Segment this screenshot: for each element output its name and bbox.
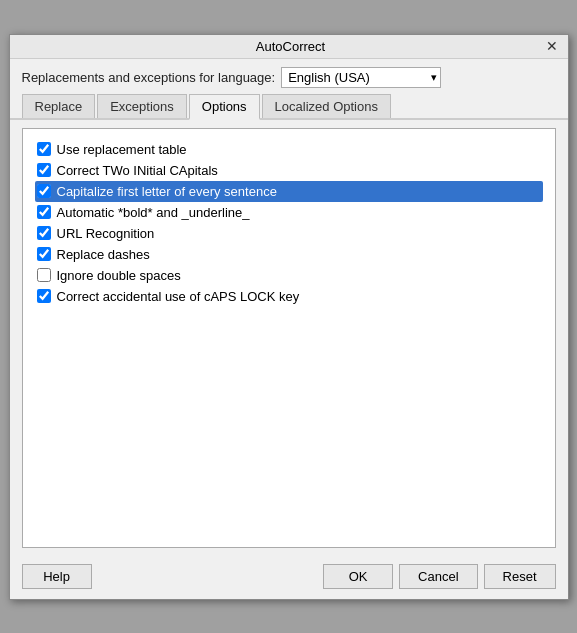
- option-automatic-bold-underline[interactable]: Automatic *bold* and _underline_: [35, 202, 543, 223]
- option-capitalize-first-letter[interactable]: Capitalize first letter of every sentenc…: [35, 181, 543, 202]
- option-ignore-double-spaces[interactable]: Ignore double spaces: [35, 265, 543, 286]
- checkbox-correct-two-initial[interactable]: [37, 163, 51, 177]
- tab-options[interactable]: Options: [189, 94, 260, 120]
- label-ignore-double-spaces: Ignore double spaces: [57, 268, 181, 283]
- checkbox-ignore-double-spaces[interactable]: [37, 268, 51, 282]
- checkbox-automatic-bold-underline[interactable]: [37, 205, 51, 219]
- label-url-recognition: URL Recognition: [57, 226, 155, 241]
- checkbox-correct-caps-lock[interactable]: [37, 289, 51, 303]
- checkbox-use-replacement-table[interactable]: [37, 142, 51, 156]
- tab-localized-options[interactable]: Localized Options: [262, 94, 391, 118]
- language-select[interactable]: English (USA): [281, 67, 441, 88]
- language-row: Replacements and exceptions for language…: [10, 59, 568, 94]
- label-replace-dashes: Replace dashes: [57, 247, 150, 262]
- language-label: Replacements and exceptions for language…: [22, 70, 276, 85]
- checkbox-url-recognition[interactable]: [37, 226, 51, 240]
- label-use-replacement-table: Use replacement table: [57, 142, 187, 157]
- tab-replace[interactable]: Replace: [22, 94, 96, 118]
- label-capitalize-first-letter: Capitalize first letter of every sentenc…: [57, 184, 277, 199]
- label-automatic-bold-underline: Automatic *bold* and _underline_: [57, 205, 250, 220]
- option-use-replacement-table[interactable]: Use replacement table: [35, 139, 543, 160]
- checkbox-replace-dashes[interactable]: [37, 247, 51, 261]
- label-correct-two-initial: Correct TWo INitial CApitals: [57, 163, 218, 178]
- tab-exceptions[interactable]: Exceptions: [97, 94, 187, 118]
- close-button[interactable]: ✕: [544, 39, 560, 53]
- option-correct-caps-lock[interactable]: Correct accidental use of cAPS LOCK key: [35, 286, 543, 307]
- tab-bar: Replace Exceptions Options Localized Opt…: [10, 94, 568, 120]
- autocorrect-dialog: AutoCorrect ✕ Replacements and exception…: [9, 34, 569, 600]
- label-correct-caps-lock: Correct accidental use of cAPS LOCK key: [57, 289, 300, 304]
- button-row: Help OK Cancel Reset: [10, 556, 568, 599]
- dialog-title: AutoCorrect: [38, 39, 544, 54]
- button-group-right: OK Cancel Reset: [323, 564, 555, 589]
- reset-button[interactable]: Reset: [484, 564, 556, 589]
- options-content: Use replacement table Correct TWo INitia…: [22, 128, 556, 548]
- title-bar: AutoCorrect ✕: [10, 35, 568, 59]
- language-select-wrapper: English (USA): [281, 67, 441, 88]
- option-correct-two-initial[interactable]: Correct TWo INitial CApitals: [35, 160, 543, 181]
- option-replace-dashes[interactable]: Replace dashes: [35, 244, 543, 265]
- help-button[interactable]: Help: [22, 564, 92, 589]
- ok-button[interactable]: OK: [323, 564, 393, 589]
- checkbox-capitalize-first-letter[interactable]: [37, 184, 51, 198]
- cancel-button[interactable]: Cancel: [399, 564, 477, 589]
- option-url-recognition[interactable]: URL Recognition: [35, 223, 543, 244]
